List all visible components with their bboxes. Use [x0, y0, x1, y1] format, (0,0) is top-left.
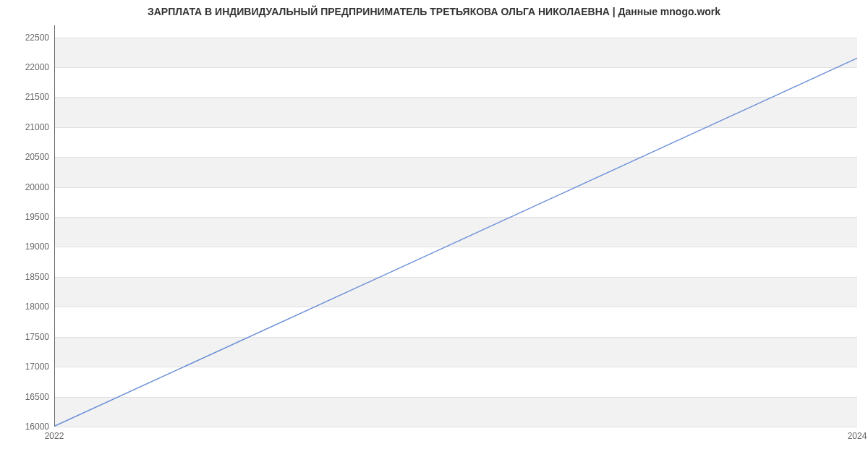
y-tick-label: 21500: [6, 92, 49, 102]
line-series: [55, 25, 857, 426]
y-tick-label: 17500: [6, 332, 49, 342]
x-tick-label: 2022: [45, 431, 64, 441]
chart-container: ЗАРПЛАТА В ИНДИВИДУАЛЬНЫЙ ПРЕДПРИНИМАТЕЛ…: [0, 0, 868, 470]
y-tick-label: 22000: [6, 62, 49, 72]
y-tick-label: 16000: [6, 422, 49, 432]
y-gridline: [55, 427, 857, 427]
y-tick-label: 18000: [6, 302, 49, 312]
y-tick-label: 20000: [6, 182, 49, 192]
y-tick-label: 20500: [6, 152, 49, 162]
y-tick-label: 17000: [6, 362, 49, 372]
y-tick-label: 21000: [6, 122, 49, 132]
y-tick-label: 18500: [6, 272, 49, 282]
y-tick-label: 16500: [6, 392, 49, 402]
plot-area: [54, 25, 857, 427]
y-tick-label: 19000: [6, 242, 49, 252]
y-tick-label: 19500: [6, 212, 49, 222]
x-tick-label: 2024: [848, 431, 867, 441]
chart-title: ЗАРПЛАТА В ИНДИВИДУАЛЬНЫЙ ПРЕДПРИНИМАТЕЛ…: [0, 6, 868, 17]
y-tick-label: 22500: [6, 33, 49, 43]
